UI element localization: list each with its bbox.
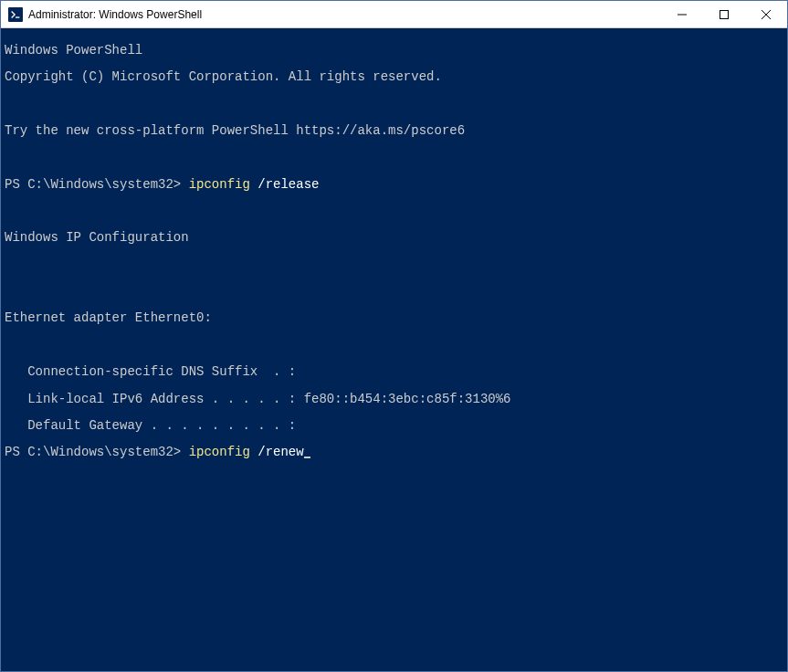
command-name: ipconfig bbox=[189, 177, 250, 192]
app-icon bbox=[8, 7, 23, 22]
output-line bbox=[5, 339, 783, 352]
output-line bbox=[5, 97, 783, 110]
output-line: Try the new cross-platform PowerShell ht… bbox=[5, 124, 783, 138]
cursor bbox=[304, 457, 310, 458]
terminal-area[interactable]: Windows PowerShell Copyright (C) Microso… bbox=[1, 28, 787, 671]
output-line bbox=[5, 151, 783, 164]
close-button[interactable] bbox=[745, 1, 787, 27]
output-line: Windows PowerShell bbox=[5, 44, 783, 58]
prompt-line: PS C:\Windows\system32> ipconfig /releas… bbox=[5, 178, 783, 192]
output-line: Ethernet adapter Ethernet0: bbox=[5, 311, 783, 325]
window-title: Administrator: Windows PowerShell bbox=[28, 8, 661, 21]
window-controls bbox=[661, 1, 787, 27]
prompt-path: PS C:\Windows\system32> bbox=[5, 177, 189, 192]
command-arg: /release bbox=[250, 177, 320, 192]
output-line bbox=[5, 285, 783, 299]
command-arg: /renew bbox=[250, 445, 304, 459]
output-line: Copyright (C) Microsoft Corporation. All… bbox=[5, 70, 783, 84]
prompt-line: PS C:\Windows\system32> ipconfig /renew bbox=[5, 446, 783, 459]
maximize-button[interactable] bbox=[703, 1, 745, 27]
output-line: Link-local IPv6 Address . . . . . : fe80… bbox=[5, 393, 783, 406]
output-line: Windows IP Configuration bbox=[5, 231, 783, 245]
output-line bbox=[5, 258, 783, 272]
output-line: Default Gateway . . . . . . . . . : bbox=[5, 419, 783, 433]
powershell-window: Administrator: Windows PowerShell Window… bbox=[0, 0, 788, 672]
titlebar[interactable]: Administrator: Windows PowerShell bbox=[1, 1, 787, 28]
prompt-path: PS C:\Windows\system32> bbox=[5, 445, 189, 459]
command-name: ipconfig bbox=[189, 445, 250, 459]
output-line bbox=[5, 205, 783, 218]
minimize-button[interactable] bbox=[661, 1, 703, 27]
svg-rect-3 bbox=[720, 10, 729, 18]
output-line: Connection-specific DNS Suffix . : bbox=[5, 365, 783, 379]
